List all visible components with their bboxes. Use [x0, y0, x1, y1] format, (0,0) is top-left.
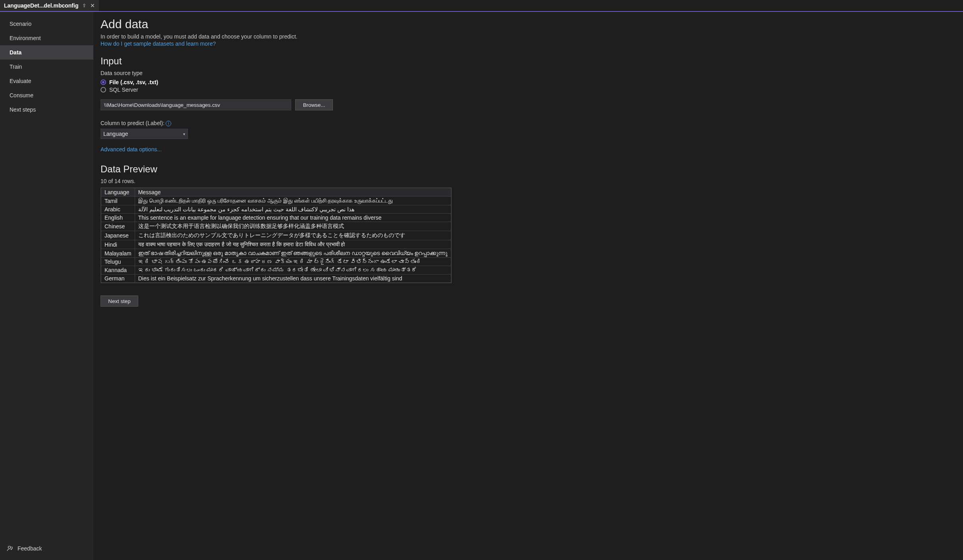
cell-language: English: [101, 214, 135, 222]
feedback-icon: [6, 545, 14, 552]
close-icon[interactable]: ✕: [90, 2, 95, 9]
cell-language: German: [101, 274, 135, 283]
svg-point-0: [8, 546, 11, 548]
table-row[interactable]: Teluguఇది భాష గుర్తింపు కోసం ఉపయోగించే ఒ…: [101, 258, 451, 266]
cell-message: இது மொழி கண்டறிதல் மாதிரி ஒரு பரிசோதனை வ…: [135, 197, 451, 205]
file-path-input[interactable]: [101, 99, 291, 110]
cell-message: ഇത് ഭാഷ തിരിച്ചറിയലിനുള്ള ഒരു മാതൃകാ വാച…: [135, 249, 451, 258]
sidebar-item-scenario[interactable]: Scenario: [0, 17, 93, 31]
column-label: Column to predict (Label):: [101, 120, 164, 126]
document-tab[interactable]: LanguageDet...del.mbconfig ⇪ ✕: [0, 0, 99, 11]
advanced-options-link[interactable]: Advanced data options...: [101, 146, 162, 153]
col-header-message[interactable]: Message: [135, 188, 451, 197]
table-row[interactable]: Malayalamഇത് ഭാഷ തിരിച്ചറിയലിനുള്ള ഒരു മ…: [101, 249, 451, 258]
column-selected-value: Language: [103, 131, 128, 137]
sidebar-item-consume[interactable]: Consume: [0, 88, 93, 102]
cell-language: Kannada: [101, 266, 135, 274]
row-count: 10 of 14 rows.: [101, 178, 947, 184]
cell-message: 这是一个测试文本用于语言检测以确保我们的训练数据足够多样化涵盖多种语言模式: [135, 222, 451, 231]
sidebar: ScenarioEnvironmentDataTrainEvaluateCons…: [0, 12, 93, 560]
radio-indicator: [101, 87, 106, 93]
feedback-button[interactable]: Feedback: [0, 539, 93, 560]
cell-message: ಇದು ಭಾಷೆ ಗುರುತಿಸಲು ಒಂದು ಮಾದರಿ ವಾಕ್ಯವಾಗಿದ…: [135, 266, 451, 274]
cell-language: Japanese: [101, 231, 135, 240]
cell-language: Chinese: [101, 222, 135, 231]
cell-message: यह वाक्य भाषा पहचान के लिए एक उदाहरण है …: [135, 240, 451, 249]
data-preview-table: Language Message Tamilஇது மொழி கண்டறிதல்…: [101, 187, 452, 283]
table-row[interactable]: Kannadaಇದು ಭಾಷೆ ಗುರುತಿಸಲು ಒಂದು ಮಾದರಿ ವಾಕ…: [101, 266, 451, 274]
col-header-language[interactable]: Language: [101, 188, 135, 197]
table-row[interactable]: GermanDies ist ein Beispielsatz zur Spra…: [101, 274, 451, 283]
table-row[interactable]: Hindiयह वाक्य भाषा पहचान के लिए एक उदाहर…: [101, 240, 451, 249]
cell-language: Tamil: [101, 197, 135, 205]
table-row[interactable]: EnglishThis sentence is an example for l…: [101, 214, 451, 222]
cell-message: ఇది భాష గుర్తింపు కోసం ఉపయోగించే ఒక ఉదాహ…: [135, 258, 451, 266]
cell-language: Malayalam: [101, 249, 135, 258]
radio-indicator: [101, 79, 106, 85]
chevron-down-icon: ▾: [183, 132, 185, 136]
table-row[interactable]: Arabicهذا نص تجريبي لاكتشاف اللغة حيث يت…: [101, 205, 451, 214]
cell-language: Telugu: [101, 258, 135, 266]
table-row[interactable]: Chinese这是一个测试文本用于语言检测以确保我们的训练数据足够多样化涵盖多种…: [101, 222, 451, 231]
table-row[interactable]: Japaneseこれは言語検出のためのサンプル文でありトレーニングデータが多様で…: [101, 231, 451, 240]
input-heading: Input: [101, 56, 947, 67]
sidebar-item-train[interactable]: Train: [0, 60, 93, 74]
pin-icon[interactable]: ⇪: [82, 3, 86, 8]
cell-language: Hindi: [101, 240, 135, 249]
table-row[interactable]: Tamilஇது மொழி கண்டறிதல் மாதிரி ஒரு பரிசோ…: [101, 197, 451, 205]
titlebar: LanguageDet...del.mbconfig ⇪ ✕: [0, 0, 963, 12]
feedback-label: Feedback: [17, 545, 42, 552]
column-select[interactable]: Language ▾: [101, 129, 188, 139]
next-step-button[interactable]: Next step: [101, 295, 138, 307]
workspace: ScenarioEnvironmentDataTrainEvaluateCons…: [0, 12, 963, 560]
sidebar-item-environment[interactable]: Environment: [0, 31, 93, 45]
page-subtitle: In order to build a model, you must add …: [101, 33, 947, 40]
radio-file[interactable]: File (.csv, .tsv, .txt): [101, 79, 947, 85]
cell-message: هذا نص تجريبي لاكتشاف اللغة حيث يتم استخ…: [135, 205, 451, 214]
sidebar-item-data[interactable]: Data: [0, 45, 93, 60]
sidebar-item-next-steps[interactable]: Next steps: [0, 102, 93, 117]
cell-message: Dies ist ein Beispielsatz zur Spracherke…: [135, 274, 451, 283]
help-link[interactable]: How do I get sample datasets and learn m…: [101, 41, 947, 47]
radio-sql[interactable]: SQL Server: [101, 87, 947, 93]
tab-title: LanguageDet...del.mbconfig: [4, 2, 78, 9]
cell-message: This sentence is an example for language…: [135, 214, 451, 222]
cell-language: Arabic: [101, 205, 135, 214]
preview-heading: Data Preview: [101, 164, 947, 175]
content-area: Add data In order to build a model, you …: [93, 12, 963, 560]
page-title: Add data: [101, 17, 947, 31]
radio-file-label: File (.csv, .tsv, .txt): [109, 79, 158, 85]
browse-button[interactable]: Browse...: [295, 99, 333, 110]
sidebar-item-evaluate[interactable]: Evaluate: [0, 74, 93, 88]
info-icon[interactable]: i: [166, 121, 171, 126]
radio-sql-label: SQL Server: [109, 87, 138, 93]
data-source-label: Data source type: [101, 70, 143, 76]
cell-message: これは言語検出のためのサンプル文でありトレーニングデータが多様であることを確認す…: [135, 231, 451, 240]
